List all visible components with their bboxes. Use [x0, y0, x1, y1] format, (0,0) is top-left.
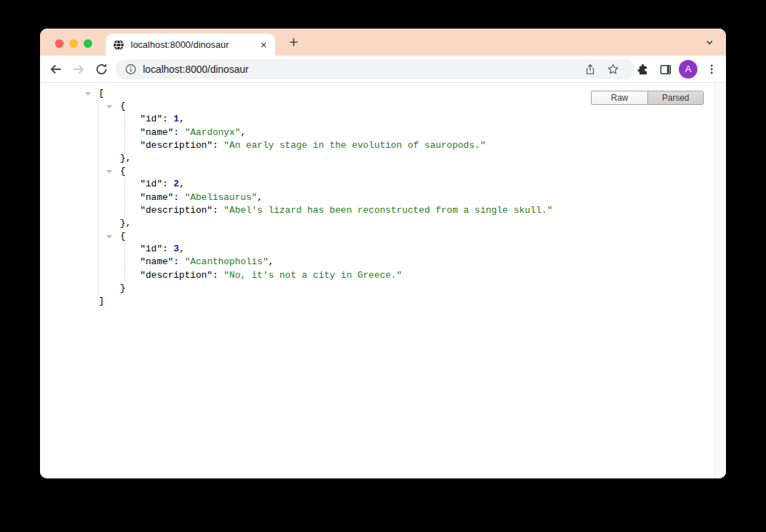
indent-guide — [124, 269, 125, 282]
json-line: "name": "Aardonyx", — [40, 126, 726, 139]
indent-guide — [98, 165, 99, 178]
json-line: { — [40, 230, 726, 243]
json-string: "Abel's lizard has been reconstructed fr… — [224, 205, 552, 216]
json-punctuation: , — [257, 192, 263, 203]
json-punctuation: }, — [120, 153, 131, 164]
json-line: "id": 3, — [40, 243, 726, 256]
json-punctuation: : — [174, 127, 185, 138]
indent-guide — [124, 191, 125, 204]
tab-close-button[interactable] — [258, 39, 269, 51]
json-line: }, — [40, 217, 726, 230]
browser-window: localhost:8000/dinosaur — [40, 29, 726, 478]
puzzle-icon — [636, 63, 650, 76]
indent-guide — [98, 217, 99, 230]
indent-guide — [124, 178, 125, 191]
indent-guide — [98, 269, 99, 282]
json-punctuation: : — [212, 205, 224, 216]
star-icon — [607, 63, 620, 76]
collapse-triangle-icon[interactable] — [106, 235, 112, 239]
json-punctuation: : — [162, 114, 174, 124]
raw-view-button[interactable]: Raw — [591, 91, 647, 105]
side-panel-icon — [659, 63, 672, 76]
json-punctuation: , — [179, 179, 185, 189]
json-line: "description": "No, it's not a city in G… — [40, 269, 726, 282]
collapse-triangle-icon[interactable] — [85, 92, 91, 96]
kebab-menu-icon — [705, 63, 718, 76]
json-pane: [{"id": 1,"name": "Aardonyx","descriptio… — [40, 83, 726, 308]
json-line: "name": "Acanthopholis", — [40, 256, 726, 268]
json-key: "description" — [140, 205, 212, 216]
indent-guide — [98, 191, 99, 204]
site-info-icon[interactable] — [124, 62, 138, 76]
json-string: "Acanthopholis" — [184, 256, 268, 267]
json-line: ] — [40, 295, 726, 308]
json-punctuation: : — [174, 256, 185, 267]
json-punctuation: : — [174, 192, 185, 203]
indent-guide — [124, 113, 125, 126]
json-key: "name" — [140, 192, 174, 203]
indent-guide — [98, 139, 99, 152]
reload-icon — [94, 62, 109, 76]
url-text[interactable]: localhost:8000/dinosaur — [143, 59, 249, 79]
indent-guide — [98, 230, 99, 243]
minimize-window-button[interactable] — [69, 39, 78, 48]
fullscreen-window-button[interactable] — [84, 39, 92, 48]
browser-menu-button[interactable] — [705, 62, 719, 76]
share-button[interactable] — [583, 62, 597, 76]
json-number: 3 — [174, 244, 179, 254]
chevron-down-icon — [703, 36, 716, 49]
url-bar[interactable]: localhost:8000/dinosaur — [116, 59, 635, 79]
browser-tab[interactable]: localhost:8000/dinosaur — [106, 34, 275, 56]
extensions-button[interactable] — [635, 62, 650, 76]
parsed-view-button[interactable]: Parsed — [647, 91, 704, 105]
indent-guide — [98, 126, 99, 139]
close-window-button[interactable] — [55, 39, 64, 48]
json-punctuation: : — [212, 140, 224, 151]
json-punctuation: ] — [99, 296, 104, 306]
json-key: "name" — [140, 256, 174, 267]
json-string: "An early stage in the evolution of saur… — [224, 140, 486, 151]
json-number: 2 — [174, 179, 179, 189]
json-punctuation: { — [120, 101, 126, 111]
browser-toolbar: localhost:8000/dinosaur A — [40, 56, 726, 83]
json-punctuation: : — [212, 270, 224, 281]
profile-avatar[interactable]: A — [679, 60, 697, 79]
json-punctuation: } — [120, 283, 126, 293]
json-key: "id" — [140, 179, 162, 189]
globe-favicon-icon — [113, 39, 124, 51]
json-string: "No, it's not a city in Greece." — [224, 270, 402, 281]
indent-guide — [98, 113, 99, 126]
json-key: "id" — [140, 244, 162, 254]
indent-guide — [98, 100, 99, 113]
json-line: "description": "An early stage in the ev… — [40, 139, 726, 152]
json-line: { — [40, 165, 726, 178]
json-punctuation: : — [162, 179, 174, 189]
forward-arrow-icon — [71, 62, 86, 76]
indent-guide — [124, 126, 125, 139]
collapse-triangle-icon[interactable] — [106, 170, 112, 174]
json-string: "Abelisaurus" — [184, 192, 257, 203]
json-key: "name" — [140, 127, 174, 138]
page-content: Raw Parsed [{"id": 1,"name": "Aardonyx",… — [40, 83, 726, 478]
collapse-triangle-icon[interactable] — [106, 105, 112, 109]
indent-guide — [124, 139, 125, 152]
forward-button[interactable] — [71, 62, 86, 76]
json-punctuation: { — [120, 231, 126, 241]
json-line: "name": "Abelisaurus", — [40, 191, 726, 204]
side-panel-button[interactable] — [658, 62, 672, 76]
json-punctuation: , — [179, 244, 185, 254]
reload-button[interactable] — [94, 62, 109, 76]
json-punctuation: , — [268, 256, 274, 267]
json-punctuation: , — [240, 127, 246, 138]
close-icon — [259, 41, 268, 49]
scrollbar-track[interactable] — [715, 83, 726, 478]
tab-search-button[interactable] — [702, 35, 717, 49]
back-button[interactable] — [49, 62, 63, 76]
bookmark-button[interactable] — [606, 62, 620, 76]
new-tab-button[interactable] — [287, 35, 301, 49]
plus-icon — [287, 36, 300, 49]
json-punctuation: : — [162, 244, 174, 254]
json-line: } — [40, 282, 726, 295]
json-key: "description" — [140, 140, 212, 151]
json-line: }, — [40, 152, 726, 165]
